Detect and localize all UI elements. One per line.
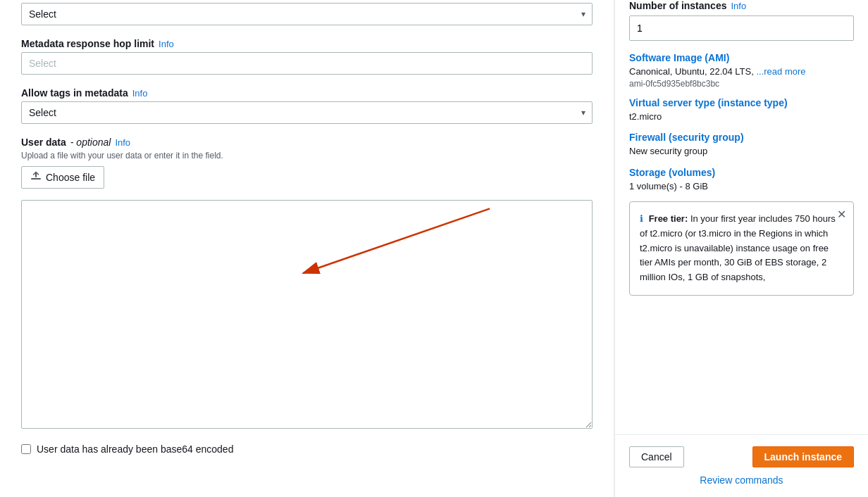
software-image-title[interactable]: Software Image (AMI)	[629, 52, 854, 63]
top-select-dropdown[interactable]: Select	[21, 3, 593, 25]
user-data-section: User data - optional Info Upload a file …	[21, 137, 593, 431]
right-panel: Number of instances Info Software Image …	[614, 0, 868, 497]
user-data-info-link[interactable]: Info	[115, 137, 130, 148]
footer-buttons: Cancel Launch instance	[629, 446, 854, 467]
software-image-section: Software Image (AMI) Canonical, Ubuntu, …	[629, 52, 854, 89]
metadata-hop-limit-info-link[interactable]: Info	[159, 39, 174, 49]
choose-file-label: Choose file	[46, 172, 95, 183]
free-tier-close-button[interactable]: ✕	[837, 208, 846, 221]
allow-tags-wrapper: Select ▾	[21, 101, 593, 124]
num-instances-info-link[interactable]: Info	[731, 1, 746, 11]
user-data-textarea[interactable]	[21, 200, 593, 429]
storage-section: Storage (volumes) 1 volume(s) - 8 GiB	[629, 167, 854, 194]
user-data-optional-label: - optional	[70, 137, 111, 148]
storage-value: 1 volume(s) - 8 GiB	[629, 180, 854, 194]
num-instances-input[interactable]	[629, 15, 854, 41]
allow-tags-section: Allow tags in metadata Info Select ▾	[21, 87, 593, 124]
software-image-value: Canonical, Ubuntu, 22.04 LTS, ...read mo…	[629, 65, 854, 79]
firewall-section: Firewall (security group) New security g…	[629, 132, 854, 158]
base64-checkbox-row: User data has already been base64 encode…	[21, 443, 593, 455]
ami-id: ami-0fc5d935ebf8bc3bc	[629, 79, 854, 89]
base64-checkbox[interactable]	[21, 444, 31, 454]
metadata-hop-limit-wrapper	[21, 52, 593, 75]
top-select-section: Select ▾	[21, 3, 593, 25]
firewall-value: New security group	[629, 144, 854, 158]
metadata-hop-limit-label: Metadata response hop limit Info	[21, 38, 593, 49]
review-commands-link[interactable]: Review commands	[629, 474, 854, 486]
launch-instance-button[interactable]: Launch instance	[752, 446, 854, 467]
num-instances-label: Number of instances Info	[629, 0, 854, 11]
top-select-wrapper: Select ▾	[21, 3, 593, 25]
metadata-hop-limit-input[interactable]	[21, 52, 593, 75]
metadata-hop-limit-section: Metadata response hop limit Info	[21, 38, 593, 75]
virtual-server-section: Virtual server type (instance type) t2.m…	[629, 97, 854, 124]
allow-tags-info-link[interactable]: Info	[132, 88, 148, 99]
free-tier-bold-text: Free tier:	[649, 213, 688, 224]
user-data-sublabel: Upload a file with your user data or ent…	[21, 151, 593, 161]
user-data-label: User data - optional Info	[21, 137, 593, 148]
firewall-title[interactable]: Firewall (security group)	[629, 132, 854, 143]
free-tier-box: ✕ ℹ Free tier: In your first year includ…	[629, 201, 854, 296]
allow-tags-dropdown[interactable]: Select	[21, 101, 593, 124]
free-tier-info-icon: ℹ	[640, 213, 643, 224]
right-panel-content: Number of instances Info Software Image …	[615, 0, 868, 434]
user-data-textarea-container	[21, 194, 593, 431]
cancel-button[interactable]: Cancel	[629, 446, 684, 467]
software-image-read-more[interactable]: ...read more	[756, 66, 805, 77]
left-panel: Select ▾ Metadata response hop limit Inf…	[0, 0, 614, 497]
svg-rect-0	[31, 178, 41, 180]
upload-icon	[30, 170, 42, 184]
base64-checkbox-label[interactable]: User data has already been base64 encode…	[37, 443, 233, 455]
choose-file-button[interactable]: Choose file	[21, 166, 104, 189]
right-panel-footer: Cancel Launch instance Review commands	[615, 434, 868, 497]
virtual-server-title[interactable]: Virtual server type (instance type)	[629, 97, 854, 108]
allow-tags-label: Allow tags in metadata Info	[21, 87, 593, 99]
num-instances-section: Number of instances Info	[629, 0, 854, 41]
virtual-server-value: t2.micro	[629, 110, 854, 124]
storage-title[interactable]: Storage (volumes)	[629, 167, 854, 178]
